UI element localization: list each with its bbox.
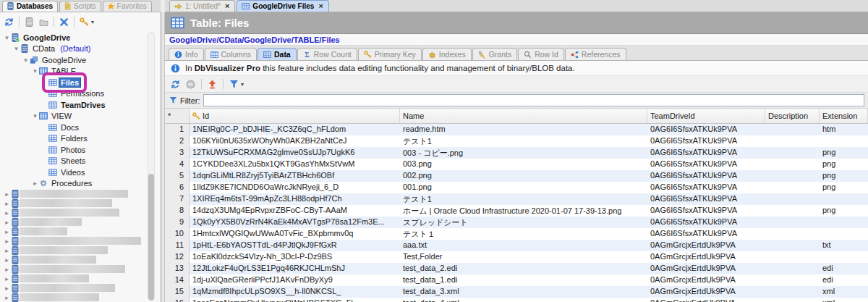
tree-item-redacted-connection[interactable]: ▸ [0, 246, 149, 255]
cell-extension[interactable]: txt [820, 240, 868, 251]
cell-description[interactable] [765, 170, 820, 182]
tree-item-photos[interactable]: Photos [0, 144, 149, 156]
column-header-description[interactable]: Description [765, 109, 820, 123]
cell-extension[interactable] [820, 251, 868, 263]
cell-id[interactable]: 12JtLokzF4uQrLS3E1Pgq46RKJCHLmShJ [190, 263, 400, 274]
cell-id[interactable]: 1dj-uXlQaeGRerliPPcfJ1AKvFnDByXy9 [190, 274, 400, 286]
cell-name[interactable]: test_data_4.xml [400, 298, 647, 302]
tree-item-table[interactable]: ▾TABLE [0, 66, 149, 77]
cell-team-drive-id[interactable]: 0AGmGrcjxErtdUk9PVA [647, 240, 765, 251]
tree-item-redacted-connection[interactable]: ▸ [0, 274, 149, 283]
tree-item-teamdrives[interactable]: TeamDrives [0, 99, 149, 111]
cell-extension[interactable] [820, 217, 868, 228]
tree-expanded-arrow-icon[interactable]: ▾ [3, 34, 11, 41]
tree-collapsed-arrow-icon[interactable]: ▸ [3, 294, 11, 301]
cell-row-number[interactable]: 6 [165, 182, 190, 193]
tree-item-redacted-connection[interactable]: ▸ [0, 236, 149, 246]
tree-expanded-arrow-icon[interactable]: ▾ [12, 45, 20, 52]
tree-item-googledrive[interactable]: ▾GoogleDrive [0, 54, 149, 66]
cell-extension[interactable]: xml [820, 286, 868, 298]
cell-id[interactable]: 1HmtcxlWQGIQwUWwA0TvFic_BXpbmmv0q [190, 228, 400, 240]
cell-description[interactable] [765, 205, 820, 217]
tree-item-videos[interactable]: Videos [0, 167, 149, 178]
cell-id[interactable]: 1qMzmdf8IhpcULpSO9XS__h-Il0NKCSL_ [190, 286, 400, 298]
tree-collapsed-arrow-icon[interactable]: ▸ [3, 228, 11, 235]
tree-item-docs[interactable]: Docs [0, 122, 149, 133]
subtab-grants[interactable]: Grants [472, 48, 518, 60]
tree-item-redacted-connection[interactable]: ▸ [0, 217, 149, 227]
filter-connections-button[interactable]: ▾ [79, 17, 95, 28]
cell-team-drive-id[interactable]: 0AGmGrcjxErtdUk9PVA [647, 274, 765, 286]
cell-name[interactable]: テスト1 [400, 193, 647, 205]
tree-item-files[interactable]: Files [0, 77, 149, 88]
cell-name[interactable]: 003 - コピー.png [400, 147, 647, 159]
cell-description[interactable] [765, 298, 820, 302]
filter-input[interactable] [203, 94, 865, 106]
tree-collapsed-arrow-icon[interactable]: ▸ [3, 190, 11, 198]
cell-extension[interactable] [820, 135, 868, 147]
refresh-button[interactable] [4, 17, 14, 28]
cell-id[interactable]: 14dzqX3UMg4EpRvpxrZBFoC-CByT-AAaM [190, 205, 400, 217]
cell-description[interactable] [765, 182, 820, 193]
cell-extension[interactable]: png [820, 159, 868, 170]
document-tab-googledrive-files[interactable]: GoogleDrive Files× [237, 0, 328, 12]
cell-team-drive-id[interactable]: 0AG6I6SfsxATKUk9PVA [647, 147, 765, 159]
tree-item-googledrive[interactable]: ▾GoogleDrive [0, 32, 149, 43]
cell-description[interactable] [765, 263, 820, 274]
subtab-data[interactable]: Data [258, 48, 297, 60]
cell-team-drive-id[interactable]: 0AGmGrcjxErtdUk9PVA [647, 286, 765, 298]
subtab-columns[interactable]: Columns [205, 48, 257, 60]
tree-item-redacted-connection[interactable]: ▸ [0, 255, 149, 264]
cell-extension[interactable]: edi [820, 263, 868, 274]
cell-id[interactable]: 1Qk0yYX5B0VzRrN4KaEk4MxAVTgsP78sa12Fm3E.… [190, 217, 400, 228]
cell-team-drive-id[interactable]: 0AG6I6SfsxATKUk9PVA [647, 217, 765, 228]
cell-id[interactable]: 106KYii0nU635xWOhyWh0AK2BH2aNtCeJ [190, 135, 400, 147]
tree-collapsed-arrow-icon[interactable]: ▸ [3, 200, 11, 207]
cell-description[interactable] [765, 251, 820, 263]
cell-row-number[interactable]: 8 [165, 205, 190, 217]
cell-extension[interactable] [820, 193, 868, 205]
cell-row-number[interactable]: 11 [165, 240, 190, 251]
cell-id[interactable]: 1XIREq4m6tsT-99mApZc3LH88odpHf7Ch [190, 193, 400, 205]
cell-team-drive-id[interactable]: 0AG6I6SfsxATKUk9PVA [647, 170, 765, 182]
subtab-row-count[interactable]: ΣRow Count [297, 48, 357, 60]
tree-item-folders[interactable]: Folders [0, 133, 149, 145]
cell-row-number[interactable]: 14 [165, 274, 190, 286]
left-tab-favorites[interactable]: Favorites [103, 1, 152, 12]
cell-row-number[interactable]: 3 [165, 147, 190, 159]
cell-extension[interactable]: png [820, 205, 868, 217]
cell-description[interactable] [765, 124, 820, 135]
cell-description[interactable] [765, 217, 820, 228]
cell-team-drive-id[interactable]: 0AG6I6SfsxATKUk9PVA [647, 182, 765, 193]
cell-name[interactable]: test_data_3.xml [400, 286, 647, 298]
cell-team-drive-id[interactable]: 0AG6I6SfsxATKUk9PVA [647, 124, 765, 135]
cell-description[interactable] [765, 228, 820, 240]
cell-row-number[interactable]: 15 [165, 286, 190, 298]
cell-row-number[interactable]: 4 [165, 159, 190, 170]
cell-name[interactable]: テスト1 [400, 135, 647, 147]
cell-team-drive-id[interactable]: 0AG6I6SfsxATKUk9PVA [647, 228, 765, 240]
left-tab-scripts[interactable]: Scripts [59, 1, 101, 12]
column-header-team-drive-id[interactable]: TeamDriveId [647, 109, 765, 123]
cell-row-number[interactable]: 9 [165, 217, 190, 228]
cell-id[interactable]: 1nceEgnNcmmQuUkvncwQWzHBGSTXG_Fi [190, 298, 400, 302]
cell-name[interactable]: test_data_1.edi [400, 274, 647, 286]
where-filter-button[interactable]: ▾ [229, 79, 244, 90]
cell-description[interactable] [765, 147, 820, 159]
cell-extension[interactable] [820, 228, 868, 240]
tree-collapsed-arrow-icon[interactable]: ▸ [3, 238, 11, 245]
tree-collapsed-arrow-icon[interactable]: ▸ [3, 209, 11, 217]
tree-collapsed-arrow-icon[interactable]: ▸ [3, 256, 11, 264]
cell-row-number[interactable]: 12 [165, 251, 190, 263]
tree-item-sheets[interactable]: Sheets [0, 156, 149, 167]
cell-id[interactable]: 1IldZ9K8E7ICNDD6OaWrcJkNRyeji_6_D [190, 182, 400, 193]
close-icon[interactable]: × [318, 1, 323, 10]
cell-extension[interactable]: png [820, 147, 868, 159]
cell-row-number[interactable]: 2 [165, 135, 190, 147]
tree-collapsed-arrow-icon[interactable]: ▸ [3, 266, 11, 273]
tree-item-redacted-connection[interactable]: ▸ [0, 283, 149, 293]
column-header-name[interactable]: Name [400, 109, 647, 123]
cell-name[interactable]: テスト１ [400, 228, 647, 240]
tree-item-redacted-connection[interactable]: ▸ [0, 227, 149, 236]
cell-id[interactable]: 1dqnGLiMtLR8Zryj5TyiBArZTBHch6OBf [190, 170, 400, 182]
